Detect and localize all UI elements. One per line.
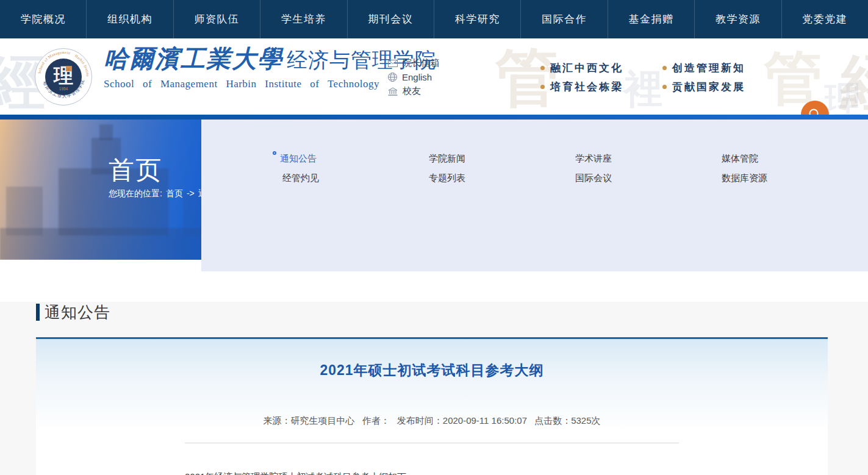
alumni-label: 校友 <box>403 85 421 97</box>
slogan-text: 培育社会栋梁 <box>550 80 623 94</box>
meta-publish-time: 发布时间：2020-09-11 16:50:07 <box>397 415 527 426</box>
breadcrumb-home[interactable]: 首页 <box>166 188 183 199</box>
slogan-text: 贡献国家发展 <box>672 80 745 94</box>
bullet-dot-icon <box>662 85 667 89</box>
banner-section: 首页 您现在的位置: 首页 -> 通知公告 -> 正文 通知公告 学院新闻 学术… <box>0 120 868 271</box>
quick-links: 院长信箱 English 校友 <box>388 57 439 97</box>
subnav-item-media[interactable]: 媒体管院 <box>722 153 868 173</box>
meta-author: 作者： <box>362 415 390 426</box>
university-name: 哈爾濱工業大學 <box>104 42 283 76</box>
breadcrumb-prefix: 您现在的位置: <box>109 188 162 199</box>
slogan-text: 融汇中西文化 <box>550 61 623 75</box>
article-divider <box>185 443 679 443</box>
slogan-item: 贡献国家发展 <box>662 77 784 96</box>
watermark-char: 經 <box>841 42 868 115</box>
subnav-item-databases[interactable]: 数据库资源 <box>722 173 868 192</box>
slogan-item: 创造管理新知 <box>662 59 784 77</box>
top-navigation: 学院概况 组织机构 师资队伍 学生培养 期刊会议 科学研究 国际合作 基金捐赠 … <box>0 0 868 38</box>
subnav-label: 国际会议 <box>575 173 612 184</box>
school-name-english: School of Management Harbin Institute of… <box>104 78 436 90</box>
subnav-item-news[interactable]: 学院新闻 <box>429 153 575 173</box>
slogan-item: 培育社会栋梁 <box>540 77 662 96</box>
subnav-item-insights[interactable]: 经管灼见 <box>282 173 429 192</box>
section-title: 通知公告 <box>45 302 110 323</box>
subnav-panel: 通知公告 学院新闻 学术讲座 媒体管院 经管灼见 专题列表 国际会议 数据库资源 <box>201 120 868 271</box>
article-card: 2021年硕士初试考试科目参考大纲 来源：研究生项目中心 作者： 发布时间：20… <box>36 337 828 475</box>
nav-item-party[interactable]: 党委党建 <box>782 0 868 38</box>
bank-icon <box>388 87 398 96</box>
brand-block: 哈爾濱工業大學 经济与管理学院 School of Management Har… <box>104 42 436 90</box>
svg-text:1954: 1954 <box>59 87 68 91</box>
subnav-label: 数据库资源 <box>722 173 767 184</box>
subnav-label: 通知公告 <box>280 153 317 165</box>
subnav-item-lectures[interactable]: 学术讲座 <box>575 153 722 173</box>
english-site-link[interactable]: English <box>388 72 439 82</box>
main-content: 通知公告 2021年硕士初试考试科目参考大纲 来源：研究生项目中心 作者： 发布… <box>0 302 868 475</box>
search-icon <box>808 107 822 115</box>
section-accent-bar <box>36 304 40 321</box>
slogan-group: 融汇中西文化 创造管理新知 培育社会栋梁 贡献国家发展 <box>540 59 784 96</box>
subnav-label: 学术讲座 <box>575 153 612 165</box>
dean-mailbox-link[interactable]: 院长信箱 <box>388 57 439 69</box>
school-logo[interactable]: School of Management Harbin Institute of… <box>34 48 93 106</box>
envelope-icon <box>388 60 398 67</box>
breadcrumb-separator: -> <box>187 188 195 199</box>
breadcrumb-notices[interactable]: 通知公告 <box>198 188 201 199</box>
article-body-wrap: 2021年经济与管理学院硕士初试考试科目参考大纲如下： <box>185 443 679 475</box>
page-title: 首页 <box>109 153 162 187</box>
subnav-label: 经管灼见 <box>282 173 319 184</box>
section-heading: 通知公告 <box>36 302 868 323</box>
nav-item-students[interactable]: 学生培养 <box>260 0 347 38</box>
banner-photo: 首页 您现在的位置: 首页 -> 通知公告 -> 正文 <box>0 120 201 260</box>
nav-item-overview[interactable]: 学院概况 <box>0 0 87 38</box>
alumni-link[interactable]: 校友 <box>388 85 439 97</box>
search-button[interactable] <box>801 101 829 115</box>
school-seal-icon: School of Management Harbin Institute of… <box>34 48 93 106</box>
slogan-item: 融汇中西文化 <box>540 59 662 77</box>
slogan-text: 创造管理新知 <box>672 61 745 75</box>
subnav-item-notices[interactable]: 通知公告 <box>282 153 429 173</box>
meta-source: 来源：研究生项目中心 <box>263 415 354 426</box>
nav-item-faculty[interactable]: 师资队伍 <box>174 0 260 38</box>
article-body-text: 2021年经济与管理学院硕士初试考试科目参考大纲如下： <box>185 469 679 475</box>
active-marker-icon <box>273 151 276 155</box>
watermark-char: 理 <box>825 76 861 115</box>
article-title: 2021年硕士初试考试科目参考大纲 <box>36 361 828 380</box>
nav-item-donation[interactable]: 基金捐赠 <box>608 0 695 38</box>
subnav-label: 学院新闻 <box>429 153 465 165</box>
english-site-label: English <box>402 72 432 82</box>
subnav-item-conferences[interactable]: 国际会议 <box>575 173 722 192</box>
subnav-label: 专题列表 <box>429 173 465 184</box>
bullet-dot-icon <box>540 66 545 70</box>
subnav-grid: 通知公告 学院新闻 学术讲座 媒体管院 经管灼见 专题列表 国际会议 数据库资源 <box>282 153 868 192</box>
nav-item-international[interactable]: 国际合作 <box>521 0 608 38</box>
article-meta: 来源：研究生项目中心 作者： 发布时间：2020-09-11 16:50:07 … <box>36 415 828 427</box>
nav-item-organization[interactable]: 组织机构 <box>87 0 173 38</box>
breadcrumb: 您现在的位置: 首页 -> 通知公告 -> 正文 <box>109 188 201 199</box>
bullet-dot-icon <box>662 66 667 70</box>
nav-item-journals[interactable]: 期刊会议 <box>348 0 434 38</box>
nav-item-teaching[interactable]: 教学资源 <box>695 0 781 38</box>
header-divider-bar <box>0 115 868 120</box>
globe-icon <box>388 73 397 82</box>
bullet-dot-icon <box>540 85 545 89</box>
dean-mailbox-label: 院长信箱 <box>403 57 439 69</box>
site-header: 經 管 裡 管 經 理 School of Management Harbin … <box>0 38 868 115</box>
subnav-item-topics[interactable]: 专题列表 <box>429 173 575 192</box>
meta-hits: 点击数：5325次 <box>534 415 600 426</box>
subnav-label: 媒体管院 <box>722 153 758 165</box>
nav-item-research[interactable]: 科学研究 <box>434 0 521 38</box>
